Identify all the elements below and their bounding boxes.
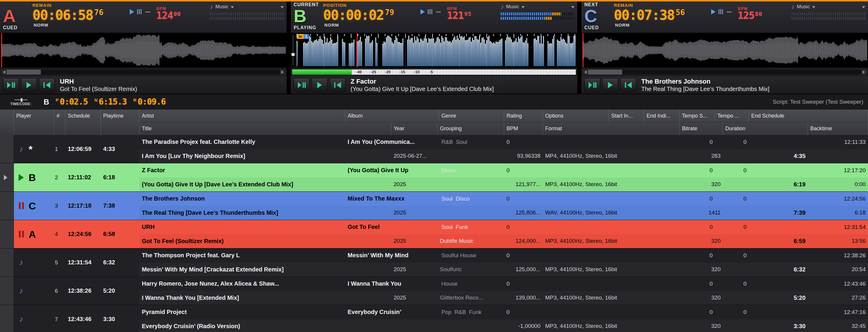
fader-knob[interactable] [291, 53, 295, 56]
chevron-down-icon[interactable] [522, 6, 525, 8]
waveform-canvas[interactable] [291, 33, 577, 67]
deck-track-info: URH Got To Feel (Soultizer Remix) [0, 76, 286, 94]
pfl-play-icon[interactable] [130, 9, 134, 15]
playlist-table: Player # Schedule Playtime Artist Album … [0, 110, 868, 332]
number-cell: 3 [54, 192, 65, 220]
waveform-icon[interactable] [718, 9, 724, 14]
table-row[interactable]: A 4 12:24:56 6:58 URH Got To Feel Soul F… [0, 220, 868, 248]
col-header-tempo-end[interactable]: Tempo ... [715, 110, 749, 122]
chevron-down-icon[interactable] [281, 6, 284, 8]
back-to-start-button[interactable] [39, 78, 55, 92]
col-header-genre[interactable]: Genre [439, 110, 504, 122]
format-cell: MP4, 44100Hz, Stereo, 16bit [543, 153, 680, 159]
col-header-bpm[interactable]: BPM [504, 122, 543, 135]
chevron-down-icon[interactable] [231, 6, 234, 8]
col-header-backtime[interactable]: Backtime [808, 122, 868, 135]
chevron-down-icon[interactable] [862, 6, 865, 8]
time-display[interactable]: 00:00:02 79 [323, 8, 421, 22]
timecode-r-value: 0:09.6 [138, 98, 166, 106]
table-row[interactable]: 7 12:43:46 3:30 Pyramid Project Everybod… [0, 305, 868, 332]
waveform-canvas[interactable] [582, 33, 868, 67]
waveform-scrollbar[interactable] [583, 70, 867, 75]
output-selector[interactable]: Music [210, 4, 284, 10]
tempo-end-cell: 0 [715, 167, 749, 174]
deck-subbar [0, 67, 286, 76]
table-row[interactable]: 5 12:31:54 6:32 The Thompson Project fea… [0, 248, 868, 277]
col-header-end-indicator[interactable]: End Indi... [644, 110, 680, 122]
player-cell: C [14, 192, 54, 220]
col-header-gutter [0, 110, 14, 135]
col-header-rating[interactable]: Rating [504, 110, 543, 122]
bpm-cell: 121,977... [504, 181, 543, 188]
waveform-canvas[interactable] [0, 33, 286, 67]
col-header-bitrate[interactable]: Bitrate [680, 122, 723, 135]
back-to-start-button[interactable] [330, 78, 346, 92]
scrollbar-handle[interactable] [7, 70, 41, 75]
col-header-number[interactable]: # [54, 110, 65, 135]
waveform-area[interactable]: In1 [291, 33, 577, 67]
play-button[interactable] [602, 78, 618, 92]
play-pause-button[interactable] [584, 78, 600, 92]
scroll-right-button[interactable] [280, 70, 285, 75]
scroll-left-button[interactable] [1, 70, 7, 75]
level-meter-left [501, 12, 574, 16]
player-letter: C [29, 201, 36, 211]
col-header-end-schedule[interactable]: End Schedule [749, 110, 868, 122]
scroll-left-button[interactable] [583, 70, 588, 75]
end-schedule-cell: 12:43:46 [749, 281, 868, 287]
title-cell: I Am You [Luv Thy Neighbour Remix] [140, 153, 391, 160]
player-state-icon [16, 144, 26, 154]
waveform-area[interactable] [582, 33, 868, 67]
col-header-album[interactable]: Album [345, 110, 439, 122]
waveform-area[interactable] [0, 33, 286, 67]
deck-fader[interactable] [291, 33, 296, 67]
back-to-start-button[interactable] [620, 78, 636, 92]
duration-cell: 4:35 [723, 153, 808, 160]
chevron-down-icon[interactable] [571, 6, 574, 8]
col-header-year[interactable]: Year [391, 122, 437, 135]
table-row[interactable]: C 3 12:17:18 7:38 The Brothers Johnson M… [0, 192, 868, 220]
backtime-cell: 13:56 [808, 238, 868, 244]
col-header-grouping[interactable]: Grouping [437, 122, 504, 135]
output-selector[interactable]: Music [791, 4, 865, 10]
scrollbar-handle[interactable] [588, 70, 622, 75]
table-row[interactable]: 6 12:38:26 5:20 Harry Romero, Jose Nunez… [0, 277, 868, 305]
col-header-playtime[interactable]: Playtime [101, 110, 140, 135]
col-header-duration[interactable]: Duration [723, 122, 808, 135]
table-row[interactable]: * 1 12:06:59 4:33 The Paradise Projex fe… [0, 135, 868, 163]
bitrate-cell: 320 [680, 295, 723, 301]
play-button[interactable] [312, 78, 328, 92]
col-header-options[interactable]: Options [543, 110, 609, 122]
waveform-icon[interactable] [137, 9, 143, 14]
col-header-title[interactable]: Title [140, 122, 391, 135]
grouping-cell: Glitterbox Reco... [437, 295, 504, 301]
scrollbar-track[interactable] [622, 70, 861, 75]
time-display[interactable]: 00:07:38 56 [614, 8, 711, 22]
col-header-schedule[interactable]: Schedule [65, 110, 101, 135]
deck-track-info: The Brothers Johnson The Real Thing [Dav… [582, 76, 868, 94]
bitrate-cell: 320 [680, 323, 723, 329]
play-button[interactable] [21, 78, 37, 92]
play-pause-button[interactable] [294, 78, 310, 92]
col-header-artist[interactable]: Artist [140, 110, 345, 122]
col-header-player[interactable]: Player [14, 110, 54, 135]
waveform-scrollbar[interactable] [1, 70, 285, 75]
db-label: -25 [366, 70, 381, 74]
player-cell [14, 277, 54, 305]
scrollbar-track[interactable] [41, 70, 280, 75]
end-schedule-cell: 12:24:56 [749, 196, 868, 202]
waveform-icon[interactable] [428, 9, 433, 14]
col-header-tempo-start[interactable]: Tempo S... [680, 110, 715, 122]
pfl-play-icon[interactable] [421, 9, 425, 15]
pfl-play-icon[interactable] [711, 9, 716, 15]
scroll-right-button[interactable] [861, 70, 867, 75]
time-display[interactable]: 00:06:58 76 [32, 8, 130, 22]
title-cell: I Wanna Thank You [Extended Mix] [140, 295, 391, 301]
chevron-down-icon[interactable] [812, 6, 815, 8]
col-header-start-in[interactable]: Start In... [609, 110, 644, 122]
col-header-format[interactable]: Format [543, 122, 680, 135]
play-pause-button[interactable] [3, 78, 19, 92]
output-selector[interactable]: Music [501, 4, 574, 10]
year-cell: 2025 [391, 181, 437, 188]
table-row[interactable]: B 2 12:11:02 6:18 Z Factor (You Gotta) G… [0, 163, 868, 192]
